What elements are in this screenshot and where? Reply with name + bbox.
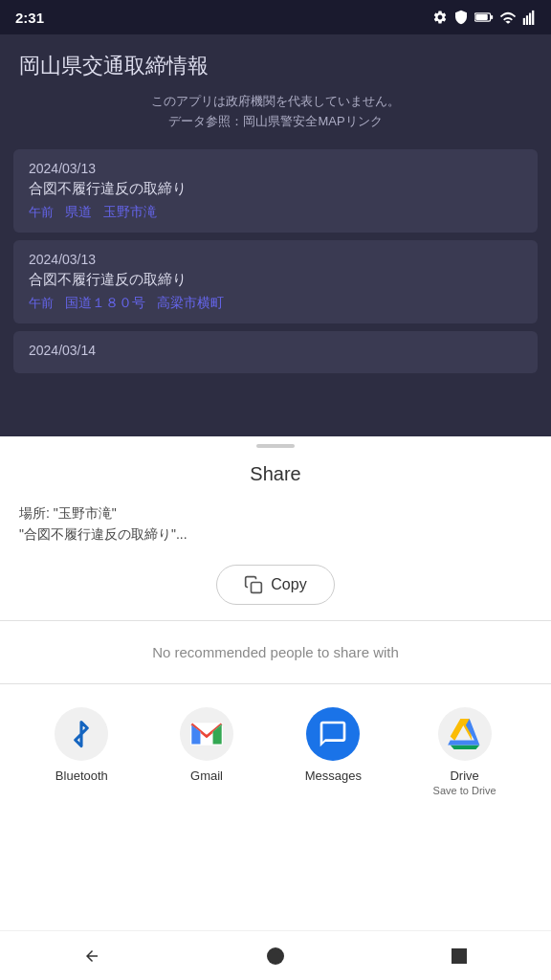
copy-button-area: Copy: [0, 557, 551, 620]
card-2-title: 合図不履行違反の取締り: [29, 271, 522, 289]
card-2-location: 午前 国道１８０号 高梁市横町: [29, 295, 522, 312]
gmail-label: Gmail: [190, 768, 223, 783]
bottom-sheet: Share 場所: "玉野市滝" "合図不履行違反の取締り"... Copy N…: [0, 436, 551, 980]
nav-back[interactable]: [73, 937, 111, 975]
status-time: 2:31: [15, 10, 44, 26]
wifi-icon: [499, 10, 517, 25]
status-icons: [432, 10, 536, 25]
app-bluetooth[interactable]: Bluetooth: [55, 707, 108, 796]
svg-rect-7: [252, 582, 262, 592]
drive-icon: [448, 719, 482, 749]
card-1-date: 2024/03/13: [29, 161, 522, 176]
gmail-app-icon: [180, 707, 233, 761]
card-2-date: 2024/03/13: [29, 252, 522, 267]
svg-rect-6: [532, 11, 534, 25]
share-content-line1: 場所: "玉野市滝": [19, 502, 532, 523]
drive-app-icon: [438, 707, 492, 761]
shield-icon: [453, 10, 469, 25]
back-icon: [83, 947, 100, 965]
card-2: 2024/03/13 合図不履行違反の取締り 午前 国道１８０号 高梁市横町: [13, 240, 538, 323]
recents-icon: [452, 948, 467, 964]
drive-label: Drive: [450, 768, 478, 783]
card-1-location: 午前 県道 玉野市滝: [29, 204, 522, 221]
apps-row: Bluetooth Gmail: [0, 684, 551, 812]
app-drive[interactable]: Drive Save to Drive: [433, 707, 496, 796]
nav-bar: [0, 930, 551, 980]
app-gmail[interactable]: Gmail: [180, 707, 233, 796]
svg-rect-4: [526, 15, 528, 25]
copy-icon: [244, 575, 263, 594]
bluetooth-app-icon: [55, 707, 108, 761]
signal-icon: [522, 10, 536, 25]
home-icon: [267, 947, 284, 965]
messages-app-icon: [306, 707, 360, 761]
nav-recents[interactable]: [440, 937, 478, 975]
share-title: Share: [0, 448, 551, 495]
app-title: 岡山県交通取締情報: [0, 34, 551, 88]
svg-rect-5: [529, 13, 531, 25]
settings-icon: [432, 10, 448, 25]
drive-sub-label: Save to Drive: [433, 785, 496, 796]
share-content: 場所: "玉野市滝" "合図不履行違反の取締り"...: [0, 495, 551, 557]
copy-button[interactable]: Copy: [216, 565, 334, 605]
gmail-icon: [190, 722, 223, 746]
app-subtitle: このアプリは政府機関を代表していません。 データ参照：岡山県警安全MAPリンク: [0, 88, 551, 142]
svg-rect-2: [491, 15, 493, 19]
card-1: 2024/03/13 合図不履行違反の取締り 午前 県道 玉野市滝: [13, 149, 538, 233]
copy-label: Copy: [271, 576, 306, 593]
status-bar: 2:31: [0, 0, 551, 34]
share-content-line2: "合図不履行違反の取締り"...: [19, 523, 532, 545]
svg-rect-1: [475, 14, 488, 20]
app-background: 岡山県交通取締情報 このアプリは政府機関を代表していません。 データ参照：岡山県…: [0, 34, 551, 446]
bluetooth-label: Bluetooth: [55, 768, 108, 783]
card-3: 2024/03/14: [13, 331, 538, 373]
app-messages[interactable]: Messages: [305, 707, 362, 796]
no-people-text: No recommended people to share with: [0, 621, 551, 683]
card-1-title: 合図不履行違反の取締り: [29, 180, 522, 198]
messages-icon: [318, 719, 348, 749]
battery-icon: [474, 10, 494, 25]
svg-rect-3: [523, 18, 525, 25]
card-3-date: 2024/03/14: [29, 343, 522, 358]
nav-home[interactable]: [256, 937, 295, 975]
messages-label: Messages: [305, 768, 362, 783]
bluetooth-icon: [67, 720, 96, 748]
